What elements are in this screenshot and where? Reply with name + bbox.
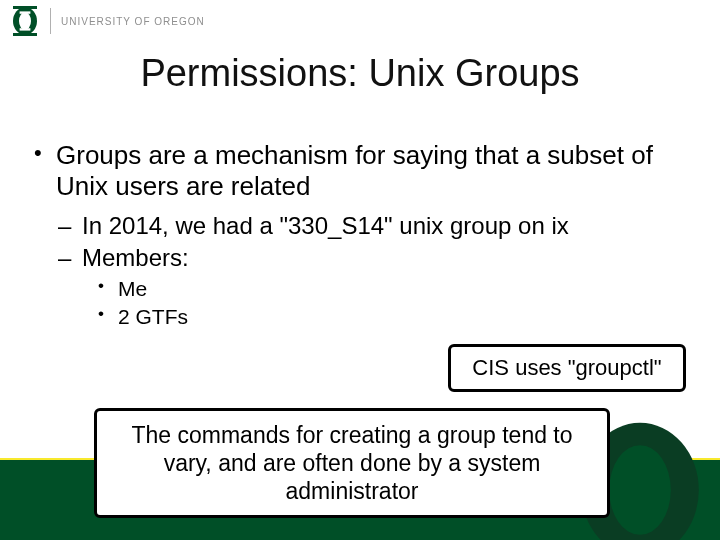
- org-name: UNIVERSITY OF OREGON: [61, 16, 205, 27]
- slide-body: Groups are a mechanism for saying that a…: [32, 140, 688, 330]
- bullet-level2: In 2014, we had a "330_S14" unix group o…: [54, 211, 688, 241]
- callout-commands: The commands for creating a group tend t…: [94, 408, 610, 518]
- slide: UNIVERSITY OF OREGON Permissions: Unix G…: [0, 0, 720, 540]
- uo-logo-icon: [10, 6, 40, 36]
- callout-cis: CIS uses "groupctl": [448, 344, 686, 392]
- svg-rect-2: [13, 6, 37, 9]
- svg-rect-4: [20, 11, 31, 13]
- svg-point-7: [609, 445, 671, 535]
- slide-header: UNIVERSITY OF OREGON: [10, 6, 205, 36]
- svg-rect-3: [13, 33, 37, 36]
- bullet-level1: Groups are a mechanism for saying that a…: [32, 140, 688, 201]
- svg-rect-5: [20, 28, 31, 30]
- svg-point-1: [19, 12, 31, 30]
- slide-title: Permissions: Unix Groups: [0, 52, 720, 95]
- bullet-level3: Me: [96, 275, 688, 302]
- bullet-level2: Members:: [54, 243, 688, 273]
- bullet-level3: 2 GTFs: [96, 303, 688, 330]
- header-divider: [50, 8, 51, 34]
